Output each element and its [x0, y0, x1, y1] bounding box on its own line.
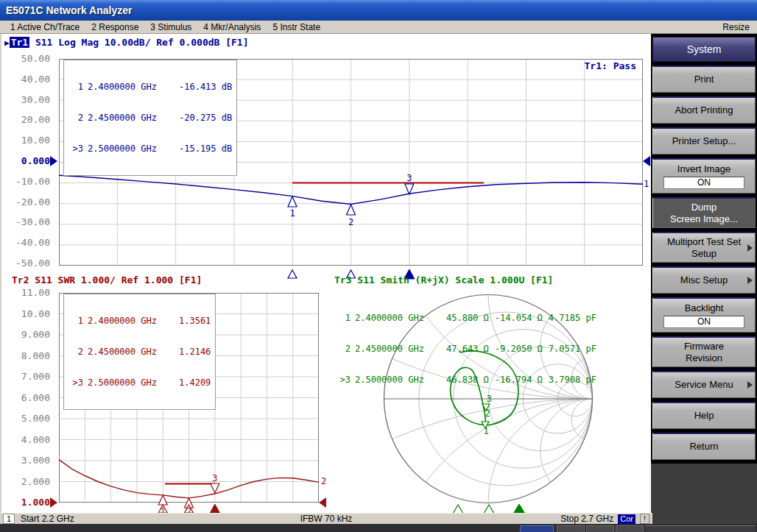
y-tick-label: 30.00: [6, 95, 50, 105]
sidebar-button-invert-image[interactable]: Invert ImageON: [652, 158, 756, 194]
marker-row: 22.4500000 GHz47.643 Ω-9.2050 Ω7.0571 pF: [336, 344, 596, 354]
sidebar-button-label: Screen Image...: [670, 213, 738, 225]
tr2-marker3-flag-icon: [211, 483, 219, 493]
tr1-marker3-flag-icon: [405, 184, 414, 194]
tr2-marker3-number: 3: [212, 473, 217, 483]
e5071c-screen: E5071C Network Analyzer 1 Active Ch/Trac…: [0, 0, 757, 532]
tr3-header[interactable]: Tr3 S11 Smith (R+jX) Scale 1.000U [F1]: [334, 274, 553, 285]
tr1-marker2-flag-icon: [347, 205, 356, 215]
marker-row: >32.5000000 GHz-15.195 dB: [68, 143, 232, 154]
tr1-marker-table: 12.4000000 GHz-16.413 dB 22.4500000 GHz-…: [63, 60, 237, 176]
tr2-ref-arrow-left-icon: [50, 497, 57, 508]
resize-control[interactable]: Resize: [719, 22, 753, 32]
tr3-marker2-number: 2: [485, 408, 490, 419]
y-tick-label: 10.00: [6, 309, 50, 319]
tr1-marker2-number: 2: [348, 217, 353, 227]
sidebar-button-label: Return: [689, 441, 718, 453]
y-tick-label: 40.00: [6, 74, 50, 85]
y-tick-label: 11.00: [6, 288, 50, 298]
sidebar-button-abort-printing[interactable]: Abort Printing: [652, 96, 756, 124]
taskbar-fragment[interactable]: [557, 525, 585, 532]
window-title: E5071C Network Analyzer: [6, 4, 132, 16]
submenu-arrow-icon: [747, 381, 753, 389]
main-display: ▶Tr1 S11 Log Mag 10.00dB/ Ref 0.000dB [F…: [0, 34, 651, 524]
taskbar-fragment[interactable]: [586, 525, 614, 532]
menu-instr-state[interactable]: 5 Instr State: [267, 22, 326, 32]
tr2-marker1-flag-icon: [158, 495, 167, 505]
menu-mkr-analysis[interactable]: 4 Mkr/Analysis: [197, 22, 267, 32]
sidebar-button-label: Firmware: [684, 341, 724, 352]
status-bar: 1 Start 2.2 GHz IFBW 70 kHz Stop 2.7 GHz…: [0, 513, 652, 524]
taskbar-fragment[interactable]: [520, 525, 554, 532]
submenu-arrow-icon: [747, 244, 753, 252]
menu-stimulus[interactable]: 3 Stimulus: [144, 22, 197, 32]
clipped-taskbar: [0, 524, 757, 532]
sidebar-button-backlight[interactable]: BacklightON: [652, 297, 756, 333]
menu-bar: 1 Active Ch/Trace 2 Response 3 Stimulus …: [0, 21, 757, 34]
y-tick-label: 1.000: [6, 497, 50, 508]
y-tick-label: -20.00: [6, 197, 50, 208]
toggle-value: ON: [663, 316, 744, 328]
tr1-ref-arrow-right-icon: [643, 156, 650, 166]
sidebar-button-return[interactable]: Return: [652, 433, 756, 460]
y-tick-label: 9.000: [6, 330, 50, 340]
marker-row: 22.4500000 GHz1.2146: [68, 347, 211, 357]
sidebar-button-print[interactable]: Print: [652, 65, 756, 93]
y-tick-label: 2.000: [6, 477, 50, 487]
y-tick-label: -30.00: [6, 217, 50, 227]
tr1-header[interactable]: ▶Tr1 S11 Log Mag 10.00dB/ Ref 0.000dB [F…: [4, 37, 249, 48]
softkey-sidebar: System PrintAbort PrintingPrinter Setup.…: [651, 34, 757, 524]
y-tick-label: 20.00: [6, 115, 50, 125]
sidebar-button-misc-setup[interactable]: Misc Setup: [652, 266, 756, 294]
sidebar-button-label: Backlight: [685, 302, 724, 314]
tr1-marker1-number: 1: [289, 208, 295, 219]
sidebar-button-dump-screen-image[interactable]: DumpScreen Image...: [652, 197, 756, 228]
sidebar-button-label: Abort Printing: [675, 104, 733, 116]
sidebar-button-service-menu[interactable]: Service Menu: [652, 371, 756, 398]
sidebar-button-firmware-revision[interactable]: FirmwareRevision: [652, 336, 756, 367]
y-tick-label: -10.00: [6, 177, 50, 187]
sidebar-button-label: Revision: [686, 352, 722, 364]
tr3-marker-table: 12.4000000 GHz45.880 Ω-14.054 Ω4.7185 pF…: [331, 291, 601, 406]
tr1-trace-end-number: 1: [644, 179, 649, 189]
sidebar-empty-area: [651, 464, 757, 524]
tr1-stimulus-marker1-icon: [288, 270, 297, 278]
tr1-chip: Tr1: [10, 37, 29, 48]
marker-row: >32.5000000 GHz46.838 Ω-16.794 Ω3.7908 p…: [336, 375, 596, 385]
marker-row: 12.4000000 GHz1.3561: [68, 316, 211, 326]
y-tick-label: 8.000: [6, 351, 50, 361]
correction-badge: Cor: [618, 514, 635, 524]
sidebar-button-label: Service Menu: [675, 379, 733, 391]
tr1-pass-status: Tr1: Pass: [585, 60, 636, 71]
menu-active-ch-trace[interactable]: 1 Active Ch/Trace: [4, 22, 85, 32]
sidebar-button-multiport-test-set-setup[interactable]: Multiport Test SetSetup: [652, 232, 756, 263]
sidebar-button-help[interactable]: Help: [652, 402, 756, 429]
y-tick-label: -40.00: [6, 238, 50, 248]
tr1-marker3-number: 3: [406, 173, 412, 183]
warning-badge: !: [640, 514, 649, 524]
tr1-marker1-flag-icon: [288, 196, 297, 207]
tr2-y-axis: 11.0010.009.0008.0007.0006.0005.0004.000…: [6, 288, 50, 508]
y-tick-label: 50.00: [6, 54, 50, 64]
sidebar-button-label: Dump: [691, 202, 717, 213]
marker-row: 22.4500000 GHz-20.275 dB: [68, 113, 232, 123]
toggle-value: ON: [663, 177, 744, 189]
submenu-arrow-icon: [747, 277, 753, 284]
taskbar-fragment[interactable]: [616, 525, 644, 532]
tr2-marker-table: 12.4000000 GHz1.3561 22.4500000 GHz1.214…: [63, 294, 216, 410]
y-tick-label: 7.000: [6, 372, 50, 382]
y-tick-label: 0.000: [6, 156, 50, 166]
sidebar-button-label: Print: [694, 74, 714, 85]
marker-row: 12.4000000 GHz-16.413 dB: [68, 82, 232, 92]
taskbar-clock-fragment: [645, 525, 756, 532]
sidebar-button-printer-setup[interactable]: Printer Setup...: [652, 127, 756, 155]
title-bar: E5071C Network Analyzer: [0, 0, 757, 21]
active-trace-arrow-icon: ▶: [4, 38, 10, 48]
tr1-ref-arrow-left-icon: [50, 156, 57, 166]
y-tick-label: 5.000: [6, 414, 50, 424]
y-tick-label: 6.000: [6, 393, 50, 403]
tr2-header[interactable]: Tr2 S11 SWR 1.000/ Ref 1.000 [F1]: [12, 274, 202, 285]
menu-response[interactable]: 2 Response: [85, 22, 144, 32]
ifbw-readout: IFBW 70 kHz: [0, 514, 652, 524]
marker-row: 12.4000000 GHz45.880 Ω-14.054 Ω4.7185 pF: [336, 313, 596, 323]
